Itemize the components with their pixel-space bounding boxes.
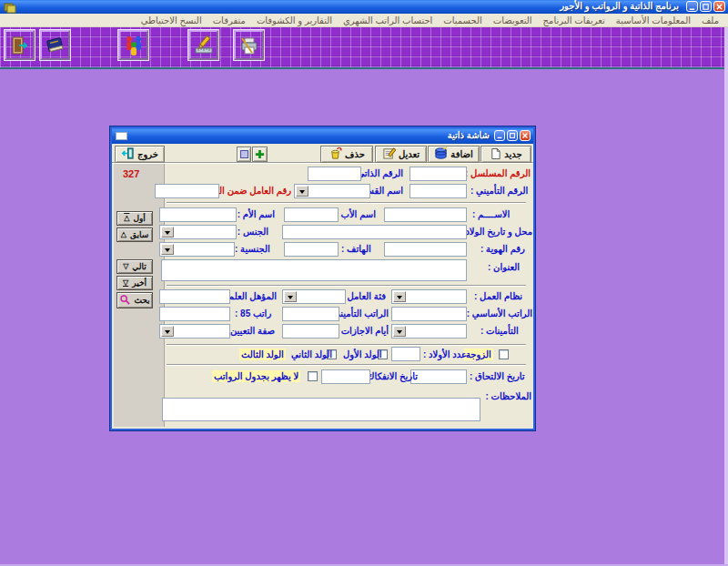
maximize-icon[interactable] <box>700 1 712 12</box>
previous-record-button[interactable]: △ سابق <box>116 227 153 242</box>
dialog-minimize-icon[interactable] <box>494 130 505 141</box>
personal-screen-dialog: شاشة ذاتية جديد <box>112 128 533 429</box>
auto-number-label: الرقم الذاتي : <box>359 167 403 179</box>
cascade-windows-icon[interactable] <box>4 1 16 17</box>
salary-85-input[interactable] <box>159 307 230 321</box>
first-record-label: أول <box>133 214 145 223</box>
chevron-down-icon[interactable] <box>393 291 406 302</box>
notes-input[interactable] <box>162 398 480 421</box>
father-name-label: اسم الأب : <box>338 208 376 220</box>
blue-square-button[interactable] <box>237 147 251 162</box>
chevron-down-icon[interactable] <box>296 186 308 197</box>
first-record-button[interactable]: △ أول <box>116 211 153 226</box>
appointment-select[interactable] <box>159 324 230 339</box>
chevron-down-icon[interactable] <box>284 291 297 302</box>
record-number: 327 <box>123 168 139 179</box>
window-border-right <box>724 27 728 566</box>
name-input[interactable] <box>384 207 467 222</box>
children-count-input[interactable] <box>391 347 420 361</box>
next-record-icon: ▽ <box>123 263 128 270</box>
father-name-input[interactable] <box>284 207 339 222</box>
separator <box>167 344 526 346</box>
first-child-label: الولد الأول <box>343 349 382 360</box>
department-select[interactable] <box>294 184 370 198</box>
hide-from-payroll-checkbox[interactable] <box>308 371 318 381</box>
edit-button[interactable]: تعديل <box>375 146 427 163</box>
pencil-ruler-icon[interactable] <box>188 30 218 60</box>
menu-item-misc[interactable]: متفرقات <box>207 15 251 25</box>
dialog-close-icon[interactable] <box>520 130 531 141</box>
leave-date-input[interactable] <box>321 369 370 384</box>
exit-button[interactable]: خروج <box>115 146 165 163</box>
worker-category-label: فئة العامل : <box>344 290 386 302</box>
delete-label: حذف <box>345 149 365 159</box>
gender-select[interactable] <box>159 225 237 239</box>
mother-name-label: اسم الأم : <box>238 208 275 220</box>
join-date-input[interactable] <box>410 369 467 384</box>
book-icon[interactable] <box>40 30 70 60</box>
menu-item-monthly-salary[interactable]: احتساب الراتب الشهري <box>338 15 438 25</box>
gender-label: الجنس : <box>238 226 268 238</box>
dialog-maximize-icon[interactable] <box>507 130 518 141</box>
phone-label: الهاتف : <box>341 243 376 255</box>
menu-item-program-definitions[interactable]: تعريفات البرنامج <box>538 15 611 25</box>
address-input[interactable] <box>161 259 467 281</box>
main-toolbar <box>0 27 728 69</box>
worker-in-department-input[interactable] <box>155 184 219 198</box>
worker-category-select[interactable] <box>282 289 346 304</box>
chevron-down-icon[interactable] <box>161 244 174 255</box>
phone-input[interactable] <box>284 242 339 257</box>
search-label: بحث <box>134 296 149 305</box>
id-number-input[interactable] <box>384 242 467 257</box>
plus-button[interactable] <box>252 147 268 162</box>
wife-checkbox[interactable] <box>499 349 509 359</box>
menu-item-deductions[interactable]: الحسميات <box>438 15 487 25</box>
menu-item-backup[interactable]: النسخ الاحتياطي <box>136 15 207 25</box>
next-record-button[interactable]: ▽ تالي <box>116 259 153 274</box>
menu-item-reports[interactable]: التقارير و الكشوفات <box>251 15 338 25</box>
plus-icon <box>255 147 265 163</box>
add-button[interactable]: اضافة <box>428 146 480 163</box>
menu-item-basic-info[interactable]: المعلومات الأساسية <box>611 15 696 25</box>
nationality-select[interactable] <box>159 242 235 257</box>
insurance-number-input[interactable] <box>410 184 467 198</box>
address-label: العنوان : <box>488 261 531 273</box>
insurance-number-label: الرقم التأميني : <box>470 185 531 197</box>
qualification-input[interactable] <box>159 289 230 304</box>
blue-square-icon <box>240 150 248 158</box>
menu-item-compensations[interactable]: التعويضات <box>488 15 538 25</box>
basic-salary-label: الراتب الأساسي : <box>471 308 532 319</box>
serial-input[interactable] <box>410 167 467 181</box>
work-system-label: نظام العمل : <box>474 290 532 302</box>
work-system-select[interactable] <box>391 289 467 304</box>
close-icon[interactable] <box>713 1 725 12</box>
basic-salary-input[interactable] <box>391 307 467 321</box>
menu-item-file[interactable]: ملف <box>696 15 724 25</box>
insurances-select[interactable] <box>391 324 467 339</box>
mother-name-input[interactable] <box>159 207 237 222</box>
employees-icon[interactable] <box>118 30 148 60</box>
add-disks-icon <box>434 147 448 162</box>
auto-number-input[interactable] <box>308 167 361 181</box>
search-button[interactable]: بحث <box>116 292 153 308</box>
new-button[interactable]: جديد <box>480 146 531 163</box>
chevron-down-icon[interactable] <box>161 227 174 238</box>
dialog-title: شاشة ذاتية <box>448 130 490 140</box>
vacation-days-input[interactable] <box>282 324 339 339</box>
add-label: اضافة <box>450 149 472 159</box>
dialog-toolbar: جديد اضافة تعديل <box>112 144 533 164</box>
exit-door-icon[interactable] <box>5 30 35 60</box>
birth-place-date-input[interactable] <box>282 225 467 239</box>
last-record-button[interactable]: ▽ أخير <box>116 276 153 290</box>
chevron-down-icon[interactable] <box>393 326 406 337</box>
dialog-titlebar[interactable]: شاشة ذاتية <box>112 128 533 144</box>
insurance-salary-input[interactable] <box>282 307 339 321</box>
join-date-label: تاريخ الالتحاق : <box>470 370 533 382</box>
chevron-down-icon[interactable] <box>161 326 174 337</box>
dialog-window-icon <box>116 132 127 140</box>
minimize-icon[interactable] <box>686 1 698 12</box>
last-record-icon: ▽ <box>123 279 128 287</box>
printer-pencil-icon[interactable] <box>234 30 264 60</box>
separator <box>167 285 526 287</box>
delete-button[interactable]: حذف <box>320 146 373 163</box>
